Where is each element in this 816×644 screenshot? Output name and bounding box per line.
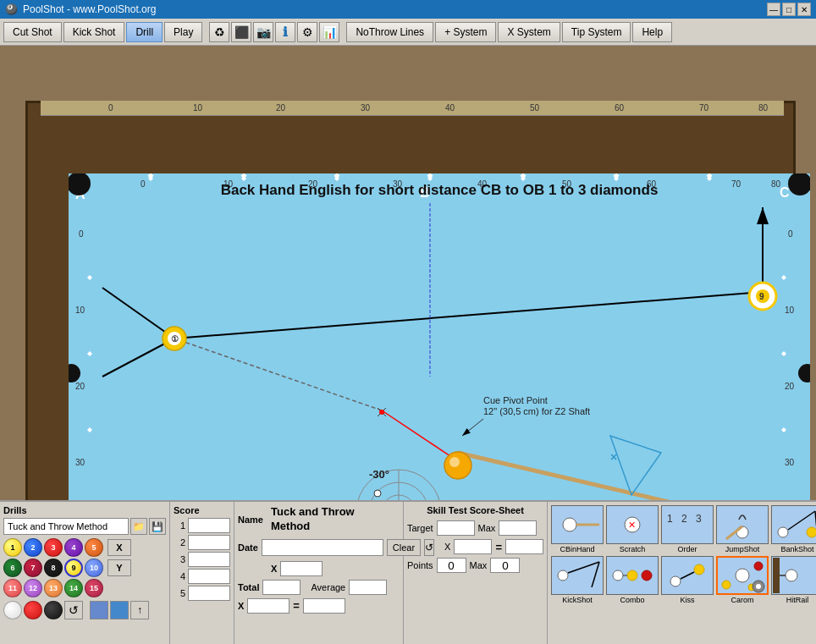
cut-shot-button[interactable]: Cut Shot — [3, 22, 62, 42]
thumb-scratch[interactable]: ✕ Scratch — [606, 505, 659, 553]
thumb-img-order[interactable]: 1 2 3 — [661, 505, 714, 544]
diamond-right-2 — [781, 351, 786, 356]
thumb-kickshot[interactable]: KickShot — [551, 556, 604, 604]
help-button[interactable]: Help — [632, 22, 672, 42]
diamond — [613, 173, 619, 179]
settings-icon[interactable]: ⚙ — [297, 22, 317, 42]
export-icon[interactable]: 📊 — [319, 22, 339, 42]
tip-system-button[interactable]: Tip System — [562, 22, 631, 42]
thumb-bankshot[interactable]: BankShot — [771, 505, 816, 553]
x-system-button[interactable]: X System — [498, 22, 560, 42]
icon-btn-1[interactable]: ♻ — [209, 22, 229, 42]
thumb-img-kiss[interactable] — [661, 556, 714, 595]
x-row: X — [238, 561, 400, 576]
upload-icon[interactable]: ↑ — [130, 601, 149, 619]
thumb-combo[interactable]: Combo — [606, 556, 659, 604]
drill-name-input[interactable] — [3, 518, 129, 535]
result-input[interactable] — [303, 598, 345, 614]
y-btn[interactable]: Y — [108, 559, 131, 576]
ball-btn-black[interactable] — [44, 601, 63, 619]
score-input-5[interactable] — [188, 586, 230, 601]
thumb-img-carom[interactable] — [716, 556, 769, 595]
ball-btn-5[interactable]: 5 — [85, 538, 103, 557]
thumb-img-kickshot[interactable] — [551, 556, 604, 595]
x-label: X — [271, 564, 277, 574]
color-btn-blue[interactable] — [90, 601, 108, 619]
ball-btn-15[interactable]: 15 — [85, 579, 103, 597]
no-throw-button[interactable]: NoThrow Lines — [346, 22, 433, 42]
diamond-right-1 — [781, 275, 786, 280]
ball-btn-14[interactable]: 14 — [64, 579, 83, 597]
ruler-h-80: 80 — [771, 179, 781, 189]
thumb-img-jumpshot[interactable] — [716, 505, 769, 544]
camera-icon[interactable]: 📷 — [253, 22, 273, 42]
skill-target-row: Target Max — [407, 520, 543, 536]
average-input[interactable] — [349, 580, 387, 595]
svg-text:3: 3 — [696, 513, 702, 525]
ob-marker — [379, 410, 384, 415]
ball-btn-4[interactable]: 4 — [64, 538, 83, 557]
plus-system-button[interactable]: + System — [435, 22, 496, 42]
x-btn[interactable]: X — [108, 539, 131, 556]
x-input[interactable] — [280, 561, 323, 576]
ruler-mark-10: 10 — [193, 103, 202, 113]
max2-input[interactable] — [490, 558, 520, 573]
thumb-hitrail[interactable]: HitRail — [771, 556, 816, 604]
ball-btn-8[interactable]: 8 — [44, 559, 63, 577]
info-icon[interactable]: ℹ — [275, 22, 295, 42]
kick-shot-button[interactable]: Kick Shot — [63, 22, 125, 42]
thumb-img-bankshot[interactable] — [771, 505, 816, 544]
thumb-jumpshot[interactable]: JumpShot — [716, 505, 769, 553]
drill-folder-icon[interactable]: 📁 — [130, 518, 147, 535]
svg-text:2: 2 — [681, 513, 687, 525]
thumb-img-cbinhand[interactable] — [551, 505, 604, 544]
thumb-order[interactable]: 1 2 3 Order — [661, 505, 714, 553]
ball-btn-3[interactable]: 3 — [44, 538, 63, 557]
maximize-button[interactable]: □ — [782, 3, 796, 16]
ball-btn-red[interactable] — [24, 601, 42, 619]
play-button[interactable]: Play — [164, 22, 202, 42]
thumb-carom[interactable]: Carom — [716, 556, 769, 604]
ball-btn-white[interactable] — [3, 601, 22, 619]
icon-btn-2[interactable]: ⬛ — [231, 22, 251, 42]
ball-9 — [749, 283, 776, 310]
ball-btn-9[interactable]: 9 — [64, 559, 83, 577]
ball-btn-10[interactable]: 10 — [85, 559, 103, 577]
ball-btn-13[interactable]: 13 — [44, 579, 63, 597]
x-skill-input[interactable] — [454, 539, 492, 554]
drill-name-bar: 📁 💾 — [3, 518, 166, 535]
ball-btn-12[interactable]: 12 — [24, 579, 42, 597]
color-btn-2[interactable] — [110, 601, 129, 619]
total-input[interactable] — [262, 580, 300, 595]
close-button[interactable]: ✕ — [797, 3, 811, 16]
name-value-display: Tuck and ThrowMethod — [271, 505, 400, 534]
date-input[interactable] — [262, 539, 383, 556]
thumb-img-hitrail[interactable] — [771, 556, 816, 595]
score-input-2[interactable] — [188, 535, 230, 550]
rotate-icon[interactable]: ↺ — [64, 601, 83, 619]
ball-btn-1[interactable]: 1 — [3, 538, 22, 557]
minimize-button[interactable]: — — [767, 3, 780, 16]
drills-title: Drills — [3, 505, 166, 515]
target-input[interactable] — [437, 520, 475, 536]
ball-btn-11[interactable]: 11 — [3, 579, 22, 597]
score-input-1[interactable] — [188, 518, 230, 533]
thumb-img-scratch[interactable]: ✕ — [606, 505, 659, 544]
result-skill-input[interactable] — [505, 539, 543, 554]
title-bar-left: 🎱 PoolShot - www.PoolShot.org — [5, 3, 156, 15]
max-input[interactable] — [499, 520, 537, 536]
thumb-cbinhand[interactable]: CBinHand — [551, 505, 604, 553]
ball-btn-6[interactable]: 6 — [3, 559, 22, 577]
drill-button[interactable]: Drill — [126, 22, 163, 42]
drill-save-icon[interactable]: 💾 — [149, 518, 166, 535]
ball-btn-7[interactable]: 7 — [24, 559, 42, 577]
ruler-r-10: 10 — [785, 305, 795, 315]
thumb-kiss[interactable]: Kiss — [661, 556, 714, 604]
points-input[interactable] — [437, 558, 466, 573]
score-input-3[interactable] — [188, 552, 230, 567]
score-input-4[interactable] — [188, 569, 230, 584]
thumb-img-combo[interactable] — [606, 556, 659, 595]
x-input-2[interactable] — [247, 598, 289, 614]
ball-btn-2[interactable]: 2 — [24, 538, 42, 557]
pool-table[interactable]: Back Hand English for short distance CB … — [69, 173, 810, 537]
